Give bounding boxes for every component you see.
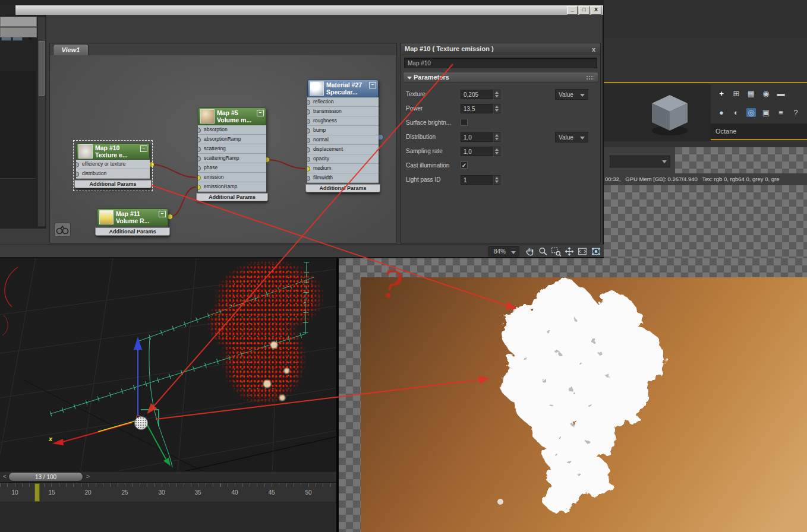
- octane-tab[interactable]: Octane: [711, 124, 807, 140]
- node-map11[interactable]: Map #11 Volume R... − Additional Params: [97, 208, 168, 236]
- input-socket[interactable]: [307, 119, 310, 124]
- input-socket[interactable]: [307, 138, 310, 143]
- browser-rollout[interactable]: [0, 17, 37, 27]
- value-mode-dropdown[interactable]: Value: [555, 132, 588, 142]
- window-titlebar[interactable]: _ □ X: [15, 5, 604, 15]
- param-value-input[interactable]: 1,0: [461, 147, 493, 156]
- grid-icon[interactable]: ▦: [746, 89, 756, 98]
- input-socket[interactable]: [307, 176, 310, 181]
- node-header[interactable]: Map #11 Volume R... −: [97, 208, 168, 226]
- render-viewport[interactable]: ?: [339, 258, 807, 532]
- input-socket-connected[interactable]: [198, 175, 201, 180]
- browser-list-item[interactable]: [0, 125, 36, 136]
- browser-scrollbar[interactable]: [37, 17, 46, 227]
- param-value-input[interactable]: 13,5: [461, 104, 493, 113]
- panel-icon[interactable]: ▬: [776, 89, 786, 98]
- add-render-target-icon[interactable]: +: [717, 89, 726, 98]
- spinner-control[interactable]: [494, 90, 500, 99]
- parameters-rollout[interactable]: Parameters: [403, 72, 598, 83]
- time-slider-track[interactable]: < 13 / 100 >: [0, 471, 338, 483]
- help-icon[interactable]: ?: [791, 108, 800, 117]
- browser-rollout[interactable]: [0, 27, 37, 37]
- input-socket[interactable]: [198, 147, 201, 152]
- maximize-button[interactable]: □: [579, 6, 590, 15]
- browser-list-item[interactable]: [0, 71, 36, 83]
- browser-list-item[interactable]: [0, 135, 36, 147]
- scrollbar-handle[interactable]: [39, 41, 45, 96]
- prev-frame-button[interactable]: <: [1, 471, 8, 482]
- browser-list-item[interactable]: [0, 93, 36, 104]
- input-socket[interactable]: [198, 166, 201, 171]
- value-mode-dropdown[interactable]: Value: [555, 89, 588, 100]
- tab-view1[interactable]: View1: [53, 44, 89, 55]
- time-slider-handle[interactable]: 13 / 100: [8, 472, 83, 482]
- browser-list-item[interactable]: [0, 146, 36, 157]
- node-header[interactable]: Material #27 Specular... −: [307, 80, 379, 97]
- additional-params-bar[interactable]: Additional Params: [95, 227, 170, 236]
- zoom-extents-selected-icon[interactable]: [590, 246, 602, 257]
- spinner-control[interactable]: [494, 147, 500, 156]
- input-socket-connected[interactable]: [307, 166, 310, 172]
- param-value-input[interactable]: 1: [461, 175, 493, 185]
- checkbox-unchecked[interactable]: [461, 119, 468, 126]
- material-name-input[interactable]: Map #10: [404, 58, 597, 68]
- additional-params-bar[interactable]: Additional Params: [196, 193, 268, 201]
- pan-all-directions-icon[interactable]: [563, 246, 575, 257]
- checkbox-checked[interactable]: ✓: [461, 162, 468, 169]
- input-socket[interactable]: [307, 157, 310, 162]
- track-bar[interactable]: 10 15 20 25 30 35 40 45 50: [0, 483, 338, 502]
- additional-params-bar[interactable]: Additional Params: [305, 184, 380, 192]
- collapse-button[interactable]: −: [159, 211, 166, 217]
- spinner-control[interactable]: [494, 132, 500, 142]
- pick-material-icon[interactable]: ◎: [746, 108, 756, 117]
- node-map10[interactable]: Map #10 Texture e... − efficiency or tex…: [76, 143, 150, 188]
- layers-icon[interactable]: ≡: [776, 108, 786, 117]
- browser-list-item[interactable]: [0, 114, 36, 125]
- browser-list-item[interactable]: [0, 157, 36, 168]
- input-socket[interactable]: [76, 162, 79, 167]
- emitter-object[interactable]: [134, 416, 148, 430]
- browser-list-item[interactable]: [0, 167, 36, 179]
- split-view-icon[interactable]: ▣: [761, 108, 771, 117]
- current-frame-marker[interactable]: [34, 483, 40, 502]
- collapse-button[interactable]: −: [140, 145, 147, 152]
- browser-list-item[interactable]: [0, 82, 36, 93]
- additional-params-bar[interactable]: Additional Params: [74, 180, 152, 188]
- pan-to-selected-button[interactable]: [54, 223, 71, 237]
- node-header[interactable]: Map #10 Texture e... −: [76, 143, 150, 160]
- zoom-tool-icon[interactable]: [537, 246, 549, 257]
- render-preset-dropdown[interactable]: [610, 156, 670, 167]
- close-button[interactable]: X: [591, 6, 601, 15]
- spinner-control[interactable]: [494, 104, 500, 113]
- collapse-button[interactable]: −: [257, 110, 264, 116]
- material-ball-icon[interactable]: ●: [717, 108, 726, 117]
- input-socket[interactable]: [198, 156, 201, 162]
- region-icon[interactable]: ⊞: [732, 89, 741, 98]
- input-socket[interactable]: [307, 147, 310, 153]
- focus-pick-icon[interactable]: ◉: [761, 89, 771, 98]
- node-canvas[interactable]: Map #10 Texture e... − efficiency or tex…: [50, 55, 396, 243]
- 3d-viewport[interactable]: x < 13 / 100 > 10 15 20 25 30 35 40 45 5…: [0, 258, 338, 532]
- input-socket-connected[interactable]: [198, 185, 201, 190]
- pan-hand-icon[interactable]: [524, 246, 536, 257]
- param-value-input[interactable]: 0,205: [461, 90, 493, 99]
- input-socket[interactable]: [198, 128, 201, 133]
- node-view-panel[interactable]: View1 Map #10 Tex: [49, 43, 397, 243]
- input-socket[interactable]: [307, 128, 310, 134]
- node-header[interactable]: Map #5 Volume m... −: [198, 107, 266, 125]
- panel-close-icon[interactable]: x: [592, 45, 595, 54]
- input-socket[interactable]: [307, 100, 310, 105]
- spinner-control[interactable]: [494, 175, 500, 185]
- collapse-button[interactable]: −: [369, 82, 376, 88]
- node-map5[interactable]: Map #5 Volume m... − absorption absorpti…: [198, 107, 266, 201]
- zoom-level-dropdown[interactable]: 84%: [488, 246, 519, 256]
- zoom-region-icon[interactable]: [550, 246, 562, 257]
- parameters-panel-header[interactable]: Map #10 ( Texture emission ) x: [401, 43, 600, 55]
- node-material27[interactable]: Material #27 Specular... − reflection tr…: [307, 80, 379, 192]
- next-frame-button[interactable]: >: [84, 471, 92, 482]
- zoom-extents-icon[interactable]: [576, 246, 588, 257]
- input-socket[interactable]: [307, 109, 310, 115]
- param-value-input[interactable]: 1,0: [461, 132, 493, 142]
- shading-icon[interactable]: ◐: [732, 108, 741, 117]
- input-socket[interactable]: [76, 172, 79, 177]
